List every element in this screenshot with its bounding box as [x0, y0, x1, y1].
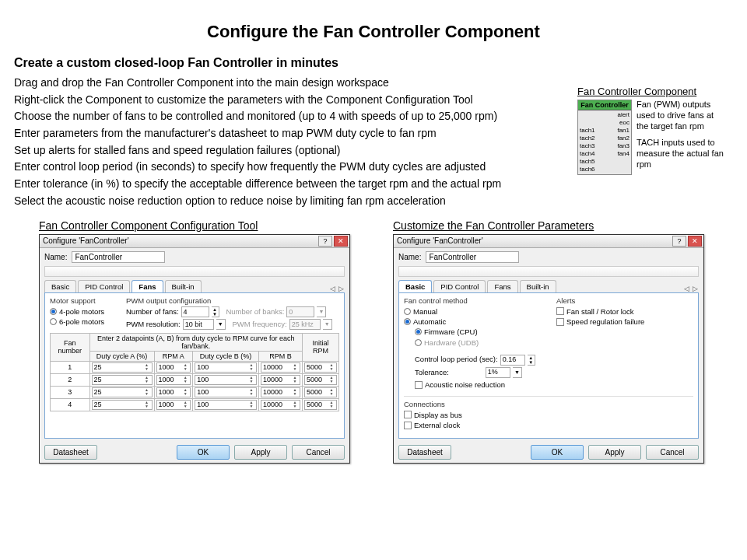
- num-banks-input: 0: [286, 306, 314, 317]
- titlebar[interactable]: Configure 'FanController' ? ✕: [394, 235, 703, 248]
- cell-input[interactable]: 1000▲▼: [156, 400, 191, 410]
- tol-input[interactable]: 1%: [486, 367, 510, 378]
- cell-input[interactable]: 100▲▼: [195, 375, 257, 385]
- cell-input[interactable]: 25▲▼: [92, 362, 153, 373]
- cell-input[interactable]: 10000▲▼: [261, 375, 300, 385]
- datasheet-button[interactable]: Datasheet: [398, 445, 451, 460]
- chip-pin: tach6: [580, 166, 605, 173]
- cell-input[interactable]: 100▲▼: [195, 387, 257, 397]
- tabs: Basic PID Control Fans Built-in ◁▷: [44, 280, 345, 293]
- tab-basic[interactable]: Basic: [398, 280, 432, 292]
- connections-label: Connections: [404, 400, 693, 408]
- cell-input[interactable]: 100▲▼: [195, 362, 257, 373]
- pwm-config-label: PWM output configuration: [126, 296, 339, 305]
- spinner-icon[interactable]: ▲▼: [528, 355, 535, 366]
- check-speedreg[interactable]: Speed regulation failure: [556, 317, 644, 327]
- cell-input[interactable]: 5000▲▼: [304, 375, 337, 385]
- pwm-res-label: PWM resolution:: [126, 320, 181, 328]
- toolbar-strip: [398, 266, 699, 277]
- cell-input[interactable]: 25▲▼: [92, 387, 153, 397]
- tab-nav[interactable]: ◁▷: [682, 285, 699, 292]
- tab-builtin[interactable]: Built-in: [520, 280, 556, 292]
- tab-nav[interactable]: ◁▷: [328, 285, 345, 292]
- chip-pin: tach3: [580, 142, 605, 150]
- check-stall[interactable]: Fan stall / Rotor lock: [556, 306, 634, 317]
- datapoints-table: Fan number Enter 2 datapoints (A, B) fro…: [50, 333, 339, 411]
- name-input[interactable]: FanController: [426, 251, 519, 263]
- tab-fans[interactable]: Fans: [132, 280, 163, 292]
- tab-builtin[interactable]: Built-in: [165, 280, 202, 292]
- spinner-icon[interactable]: ▲▼: [212, 306, 219, 317]
- chevron-down-icon[interactable]: ▼: [513, 367, 522, 378]
- alerts-label: Alerts: [556, 296, 693, 305]
- apply-button[interactable]: Apply: [588, 445, 641, 460]
- col-initial-rpm: Initial RPM: [303, 333, 339, 361]
- cell-input[interactable]: 5000▲▼: [304, 387, 337, 397]
- component-side-block: Fan Controller Component Fan Controller …: [577, 86, 733, 175]
- motor-support-label: Motor support: [50, 296, 112, 305]
- num-fans-input[interactable]: 4: [181, 306, 209, 317]
- pwm-res-input[interactable]: 10 bit: [183, 319, 214, 330]
- side-desc-pwm: Fan (PWM) outputs used to drive fans at …: [637, 100, 726, 131]
- radio-6pole[interactable]: 6-pole motors: [50, 317, 104, 327]
- cell-input[interactable]: 1000▲▼: [156, 375, 191, 385]
- ok-button[interactable]: OK: [531, 445, 584, 460]
- cancel-button[interactable]: Cancel: [646, 445, 699, 460]
- cell-input[interactable]: 5000▲▼: [304, 362, 337, 373]
- clp-input[interactable]: 0.16: [500, 355, 525, 366]
- tab-pid[interactable]: PID Control: [433, 280, 486, 292]
- cell-input[interactable]: 10000▲▼: [261, 400, 300, 410]
- config-dialog-basic: Configure 'FanController' ? ✕ Name: FanC…: [393, 234, 704, 464]
- radio-automatic[interactable]: Automatic: [404, 317, 446, 327]
- clp-label: Control loop period (sec):: [415, 354, 498, 365]
- cell-input[interactable]: 1000▲▼: [156, 387, 191, 397]
- cell-input[interactable]: 1000▲▼: [156, 362, 191, 373]
- titlebar[interactable]: Configure 'FanController' ? ✕: [40, 235, 349, 248]
- cell-input[interactable]: 10000▲▼: [261, 362, 300, 373]
- component-chip: Fan Controller tach1 tach2 tach3 tach4 t…: [577, 100, 632, 175]
- chevron-down-icon[interactable]: ▼: [216, 319, 226, 330]
- col-duty-b: Duty cycle B (%): [193, 351, 259, 361]
- check-ext-clock[interactable]: External clock: [404, 420, 460, 430]
- tab-fans[interactable]: Fans: [487, 280, 517, 292]
- tol-label: Tolerance:: [415, 367, 449, 378]
- chip-pin: fan4: [605, 150, 630, 158]
- chip-pin: fan3: [605, 142, 630, 150]
- ok-button[interactable]: OK: [177, 445, 230, 460]
- cancel-button[interactable]: Cancel: [292, 445, 345, 460]
- intro-heading: Create a custom closed-loop Fan Controll…: [14, 56, 733, 70]
- intro-line: Enter tolerance (in %) to specify the ac…: [14, 176, 733, 193]
- table-note: Enter 2 datapoints (A, B) from duty cycl…: [89, 333, 302, 351]
- apply-button[interactable]: Apply: [234, 445, 287, 460]
- cell-input[interactable]: 25▲▼: [92, 400, 153, 410]
- chip-pin: fan1: [605, 127, 630, 135]
- cell-input[interactable]: 10000▲▼: [261, 387, 300, 397]
- chip-pin: eoc: [605, 119, 630, 127]
- help-icon[interactable]: ?: [672, 236, 686, 247]
- name-input[interactable]: FanController: [72, 251, 165, 263]
- table-row: 2 25▲▼ 1000▲▼ 100▲▼ 10000▲▼ 5000▲▼: [51, 373, 339, 386]
- help-icon[interactable]: ?: [318, 236, 332, 247]
- check-anr[interactable]: Acoustic noise reduction: [415, 380, 505, 390]
- pwm-freq-input: 25 kHz: [289, 319, 321, 330]
- num-fans-label: Number of fans:: [126, 307, 179, 316]
- radio-manual[interactable]: Manual: [404, 306, 437, 317]
- cell-input[interactable]: 25▲▼: [92, 375, 153, 385]
- chip-pin: alert: [605, 111, 630, 119]
- check-display-bus[interactable]: Display as bus: [404, 410, 462, 420]
- fcm-label: Fan control method: [404, 296, 541, 305]
- tab-basic[interactable]: Basic: [44, 280, 76, 292]
- radio-4pole[interactable]: 4-pole motors: [50, 306, 104, 317]
- dialog-caption-basic: Customize the Fan Controller Parameters: [393, 219, 704, 232]
- close-icon[interactable]: ✕: [334, 236, 348, 247]
- titlebar-text: Configure 'FanController': [395, 236, 671, 245]
- datasheet-button[interactable]: Datasheet: [44, 445, 97, 460]
- toolbar-strip: [44, 266, 345, 277]
- radio-firmware[interactable]: Firmware (CPU): [415, 327, 478, 337]
- close-icon[interactable]: ✕: [688, 236, 702, 247]
- tab-pid[interactable]: PID Control: [78, 280, 130, 292]
- cell-input[interactable]: 5000▲▼: [304, 400, 337, 410]
- cell-input[interactable]: 100▲▼: [195, 400, 257, 410]
- chip-pin: tach1: [580, 127, 605, 135]
- table-row: 1 25▲▼ 1000▲▼ 100▲▼ 10000▲▼ 5000▲▼: [51, 361, 339, 373]
